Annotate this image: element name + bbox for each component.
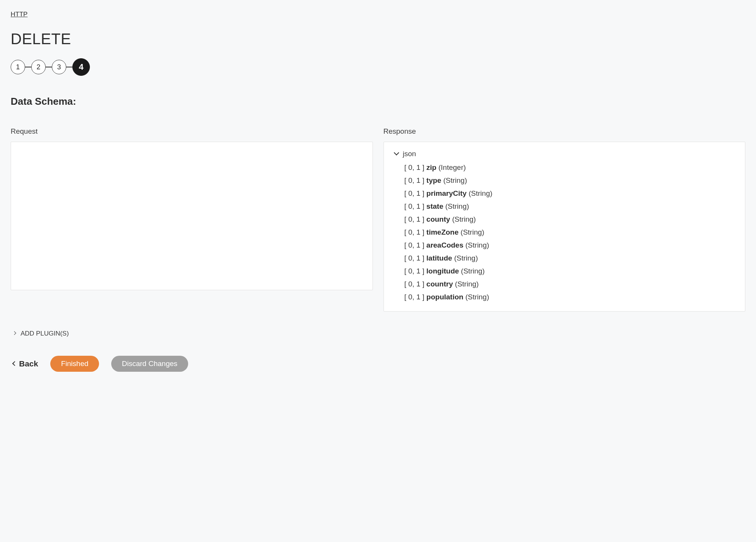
- schema-field[interactable]: [ 0, 1 ] longitude (String): [404, 265, 735, 278]
- page-title: DELETE: [11, 30, 745, 48]
- response-panel-label: Response: [384, 127, 746, 136]
- response-panel: Response json [ 0, 1 ] zip (Integer)[ 0,…: [384, 127, 746, 312]
- field-type: (String): [467, 189, 492, 197]
- field-cardinality: [ 0, 1 ]: [404, 267, 427, 275]
- field-name: timeZone: [427, 228, 459, 236]
- footer-actions: Back Finished Discard Changes: [11, 356, 745, 372]
- field-cardinality: [ 0, 1 ]: [404, 215, 427, 223]
- response-tree-items: [ 0, 1 ] zip (Integer)[ 0, 1 ] type (Str…: [395, 161, 735, 304]
- field-type: (String): [464, 241, 489, 249]
- field-name: county: [427, 215, 450, 223]
- field-cardinality: [ 0, 1 ]: [404, 163, 427, 171]
- field-type: (String): [464, 293, 489, 301]
- response-root-label: json: [403, 150, 416, 158]
- add-plugins-label: ADD PLUGIN(S): [21, 330, 69, 337]
- request-panel: Request: [11, 127, 373, 312]
- field-type: (String): [441, 176, 467, 184]
- response-tree-root[interactable]: json: [395, 150, 735, 158]
- breadcrumb-http[interactable]: HTTP: [11, 11, 27, 18]
- field-name: population: [427, 293, 464, 301]
- chevron-left-icon: [13, 362, 17, 366]
- back-label: Back: [19, 359, 38, 368]
- schema-panels: Request Response json [ 0, 1 ] zip (Inte…: [11, 127, 745, 312]
- step-3[interactable]: 3: [52, 60, 66, 74]
- field-name: latitude: [427, 254, 452, 262]
- schema-field[interactable]: [ 0, 1 ] areaCodes (String): [404, 239, 735, 252]
- schema-field[interactable]: [ 0, 1 ] country (String): [404, 278, 735, 291]
- schema-field[interactable]: [ 0, 1 ] population (String): [404, 291, 735, 304]
- back-button[interactable]: Back: [13, 359, 38, 368]
- field-type: (String): [453, 280, 479, 288]
- field-cardinality: [ 0, 1 ]: [404, 189, 427, 197]
- step-4[interactable]: 4: [72, 58, 90, 76]
- field-name: areaCodes: [427, 241, 464, 249]
- step-connector: [25, 67, 31, 67]
- schema-field[interactable]: [ 0, 1 ] state (String): [404, 200, 735, 213]
- discard-changes-button[interactable]: Discard Changes: [111, 356, 188, 372]
- chevron-right-icon: [13, 332, 17, 336]
- section-title: Data Schema:: [11, 96, 745, 107]
- field-name: longitude: [427, 267, 459, 275]
- schema-field[interactable]: [ 0, 1 ] type (String): [404, 174, 735, 187]
- field-type: (Integer): [436, 163, 466, 171]
- step-1[interactable]: 1: [11, 60, 25, 74]
- response-panel-body: json [ 0, 1 ] zip (Integer)[ 0, 1 ] type…: [384, 142, 746, 312]
- add-plugins-toggle[interactable]: ADD PLUGIN(S): [11, 330, 745, 337]
- field-name: country: [427, 280, 453, 288]
- field-name: zip: [427, 163, 436, 171]
- request-panel-body[interactable]: [11, 142, 373, 290]
- field-cardinality: [ 0, 1 ]: [404, 241, 427, 249]
- step-connector: [66, 67, 72, 67]
- chevron-down-icon: [395, 152, 399, 156]
- field-type: (String): [450, 215, 476, 223]
- field-type: (String): [459, 228, 484, 236]
- schema-field[interactable]: [ 0, 1 ] latitude (String): [404, 252, 735, 265]
- field-cardinality: [ 0, 1 ]: [404, 280, 427, 288]
- schema-field[interactable]: [ 0, 1 ] county (String): [404, 213, 735, 226]
- field-cardinality: [ 0, 1 ]: [404, 228, 427, 236]
- field-type: (String): [443, 202, 469, 210]
- schema-field[interactable]: [ 0, 1 ] primaryCity (String): [404, 187, 735, 200]
- step-2[interactable]: 2: [31, 60, 46, 74]
- stepper: 1234: [11, 58, 745, 76]
- finished-button[interactable]: Finished: [50, 356, 99, 372]
- step-connector: [46, 67, 52, 67]
- field-type: (String): [459, 267, 485, 275]
- field-cardinality: [ 0, 1 ]: [404, 293, 427, 301]
- schema-field[interactable]: [ 0, 1 ] zip (Integer): [404, 161, 735, 174]
- field-cardinality: [ 0, 1 ]: [404, 254, 427, 262]
- field-name: state: [427, 202, 443, 210]
- field-name: primaryCity: [427, 189, 467, 197]
- field-cardinality: [ 0, 1 ]: [404, 176, 427, 184]
- request-panel-label: Request: [11, 127, 373, 136]
- field-cardinality: [ 0, 1 ]: [404, 202, 427, 210]
- field-type: (String): [452, 254, 478, 262]
- field-name: type: [427, 176, 441, 184]
- schema-field[interactable]: [ 0, 1 ] timeZone (String): [404, 226, 735, 239]
